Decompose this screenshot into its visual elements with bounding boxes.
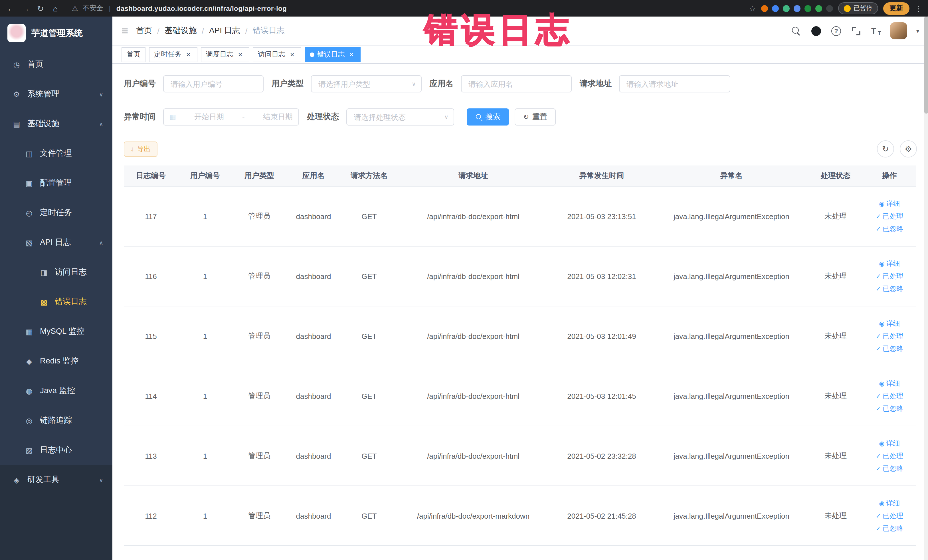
process-status-select[interactable] xyxy=(346,108,454,125)
close-icon[interactable]: × xyxy=(236,50,244,58)
action-ignored[interactable]: ✓已忽略 xyxy=(876,464,903,473)
tab-error-log[interactable]: 错误日志× xyxy=(305,47,360,62)
update-button[interactable]: 更新 xyxy=(883,2,910,15)
sidebar-item-api-log[interactable]: ▧API 日志∧ xyxy=(0,227,112,257)
avatar-caret-icon[interactable]: ▾ xyxy=(916,27,919,34)
action-detail[interactable]: ◉详细 xyxy=(879,498,900,508)
sidebar-item-java-monitor[interactable]: ◍Java 监控 xyxy=(0,376,112,406)
action-ignored[interactable]: ✓已忽略 xyxy=(876,344,903,354)
extension-paw-icon[interactable] xyxy=(826,5,833,12)
breadcrumb-item[interactable]: 基础设施 xyxy=(165,26,197,36)
sidebar-item-error-log[interactable]: ▩错误日志 xyxy=(0,287,112,317)
action-detail[interactable]: ◉详细 xyxy=(879,199,900,209)
close-icon[interactable]: × xyxy=(348,50,356,58)
tab-home[interactable]: 首页 xyxy=(122,47,145,62)
sidebar-item-home[interactable]: ◷首页 xyxy=(0,50,112,79)
paused-badge[interactable]: 已暂停 xyxy=(838,2,878,14)
sidebar-item-system[interactable]: ⚙系统管理∨ xyxy=(0,79,112,109)
hamburger-icon[interactable]: ≡ xyxy=(122,24,128,37)
search-icon[interactable] xyxy=(791,26,801,36)
action-label: 已忽略 xyxy=(883,404,903,414)
request-url-input[interactable] xyxy=(619,75,730,92)
not-secure-warning-icon[interactable]: ⚠ xyxy=(72,4,78,12)
extension-leaf-icon[interactable] xyxy=(815,5,822,12)
action-ignored[interactable]: ✓已忽略 xyxy=(876,224,903,233)
close-icon[interactable]: × xyxy=(288,50,296,58)
github-icon[interactable] xyxy=(811,26,821,36)
action-processed[interactable]: ✓已处理 xyxy=(876,271,903,281)
tab-scheduled-job[interactable]: 定时任务× xyxy=(149,47,197,62)
extension-vue-devtools-icon[interactable] xyxy=(783,5,790,12)
breadcrumb-item[interactable]: API 日志 xyxy=(209,26,240,36)
tab-access-log[interactable]: 访问日志× xyxy=(253,47,301,62)
sidebar-item-infra[interactable]: ▤基础设施∧ xyxy=(0,109,112,139)
user-type-select[interactable] xyxy=(311,75,422,92)
sidebar-item-log-center[interactable]: ▨日志中心 xyxy=(0,435,112,465)
scrollbar-thumb[interactable] xyxy=(924,17,928,113)
cell-exception: java.lang.IllegalArgumentException xyxy=(655,392,809,400)
action-detail[interactable]: ◉详细 xyxy=(879,378,900,388)
reload-icon[interactable]: ↻ xyxy=(35,4,46,13)
address-url[interactable]: dashboard.yudao.iocoder.cn/infra/log/api… xyxy=(116,4,287,12)
action-processed[interactable]: ✓已处理 xyxy=(876,451,903,461)
tab-job-log[interactable]: 调度日志× xyxy=(201,47,249,62)
action-processed[interactable]: ✓已处理 xyxy=(876,331,903,341)
sidebar-item-label: MySQL 监控 xyxy=(40,327,84,337)
action-label: 详细 xyxy=(886,259,900,269)
sidebar-item-access-log[interactable]: ◨访问日志 xyxy=(0,257,112,287)
extension-grid-icon[interactable] xyxy=(794,5,800,12)
export-button[interactable]: ↓ 导出 xyxy=(124,141,157,157)
close-icon[interactable]: × xyxy=(184,50,192,58)
eye-icon: ◉ xyxy=(879,260,884,267)
browser-home-icon[interactable]: ⌂ xyxy=(50,4,61,13)
exception-time-range-picker[interactable]: ▦ 开始日期 - 结束日期 xyxy=(163,108,299,125)
question-icon[interactable] xyxy=(831,26,841,36)
sidebar-item-redis-monitor[interactable]: ◆Redis 监控 xyxy=(0,346,112,376)
extension-blue-drop-icon[interactable] xyxy=(772,5,779,12)
action-detail[interactable]: ◉详细 xyxy=(879,438,900,448)
extension-on-badge-icon[interactable] xyxy=(804,5,811,12)
cell-app: dashboard xyxy=(286,392,340,400)
cell-id: 112 xyxy=(124,511,178,520)
action-processed[interactable]: ✓已处理 xyxy=(876,511,903,520)
search-button[interactable]: 搜索 xyxy=(467,108,509,125)
breadcrumb-item[interactable]: 首页 xyxy=(136,26,152,36)
refresh-table-button[interactable]: ↻ xyxy=(877,140,894,157)
action-ignored[interactable]: ✓已忽略 xyxy=(876,404,903,414)
cell-url: /api/infra/db-doc/export-html xyxy=(398,452,549,460)
action-detail[interactable]: ◉详细 xyxy=(879,259,900,269)
app-name-label: 应用名 xyxy=(430,79,453,89)
app-logo[interactable]: 芋道管理系统 xyxy=(0,17,112,50)
sidebar-item-mysql-monitor[interactable]: ▦MySQL 监控 xyxy=(0,317,112,346)
sidebar-item-label: 访问日志 xyxy=(55,267,87,277)
sidebar-item-file-manage[interactable]: ◫文件管理 xyxy=(0,139,112,168)
sidebar-item-dev-tools[interactable]: ◈研发工具∨ xyxy=(0,465,112,495)
table-settings-button[interactable]: ⚙ xyxy=(900,140,917,157)
bookmark-star-icon[interactable]: ☆ xyxy=(749,4,756,13)
extension-orange-icon[interactable] xyxy=(761,5,768,12)
sidebar-item-config-manage[interactable]: ▣配置管理 xyxy=(0,168,112,198)
sidebar-item-label: Java 监控 xyxy=(40,386,75,396)
reset-button[interactable]: ↻ 重置 xyxy=(514,108,556,125)
back-icon[interactable]: ← xyxy=(6,4,16,13)
cell-user-type: 管理员 xyxy=(232,511,286,521)
fullscreen-icon[interactable] xyxy=(851,26,861,36)
font-size-icon[interactable] xyxy=(871,26,881,36)
sidebar-item-link-trace[interactable]: ◎链路追踪 xyxy=(0,406,112,435)
action-processed[interactable]: ✓已处理 xyxy=(876,391,903,401)
action-processed[interactable]: ✓已处理 xyxy=(876,211,903,221)
sidebar-item-scheduled-job[interactable]: ◴定时任务 xyxy=(0,198,112,227)
forward-icon[interactable]: → xyxy=(21,4,31,13)
action-detail[interactable]: ◉详细 xyxy=(879,319,900,328)
app-name-input[interactable] xyxy=(461,75,572,92)
window-scrollbar[interactable] xyxy=(924,17,928,560)
action-ignored[interactable]: ✓已忽略 xyxy=(876,523,903,533)
browser-menu-icon[interactable]: ⋮ xyxy=(914,4,923,13)
cell-exception: java.lang.IllegalArgumentException xyxy=(655,212,809,221)
avatar[interactable] xyxy=(890,22,907,40)
user-id-input[interactable] xyxy=(163,75,264,92)
job-icon: ◴ xyxy=(24,209,34,217)
action-ignored[interactable]: ✓已忽略 xyxy=(876,284,903,293)
trace-icon: ◎ xyxy=(24,416,34,425)
navbar-actions xyxy=(791,26,881,36)
